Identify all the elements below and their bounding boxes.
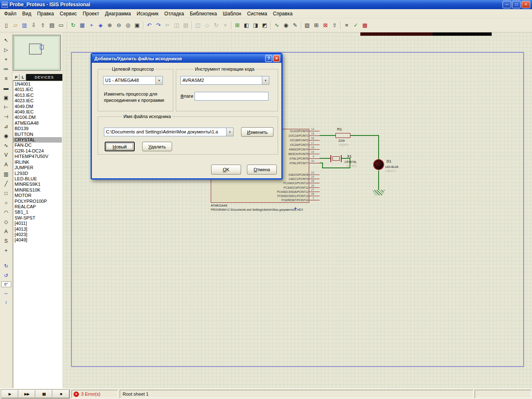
arc-2d-mode[interactable]: ◠ (2, 208, 11, 217)
graph-object[interactable] (360, 32, 492, 36)
wire[interactable] (378, 170, 379, 190)
device-item[interactable]: JUMPER (13, 165, 62, 170)
property-assignment-icon[interactable]: ✎ (291, 21, 300, 30)
device-item[interactable]: [4023] (13, 232, 62, 237)
chevron-down-icon[interactable]: ▼ (226, 128, 233, 136)
maximize-button[interactable]: □ (512, 1, 521, 8)
error-status-panel[interactable]: × 3 Error(s) (71, 390, 118, 398)
chip-pin[interactable]: PC3/ADC3/PCINT11 26 (201, 185, 320, 190)
menu-item[interactable]: Правка (34, 10, 57, 18)
ok-button[interactable]: OK (211, 165, 241, 175)
device-item[interactable]: L293D (13, 171, 62, 176)
false-origin-icon[interactable]: + (87, 21, 96, 30)
cut-icon[interactable]: ✂ (163, 21, 172, 30)
chip-pin[interactable]: PC6/RESET/PCINT14 1 (201, 198, 320, 202)
wire[interactable] (322, 163, 323, 168)
device-item[interactable]: POLYPRO100P (13, 199, 62, 204)
circle-2d-mode[interactable]: ○ (2, 198, 11, 207)
pan-icon[interactable]: ◈ (96, 21, 105, 30)
play-button[interactable]: ▶ (1, 390, 18, 398)
cancel-button[interactable]: Отмена (247, 165, 277, 175)
device-item[interactable]: BD139 (13, 126, 62, 131)
processor-combobox[interactable]: U1 - ATMEGA48 ▼ (103, 76, 163, 85)
paste-icon[interactable]: ▤ (181, 21, 190, 30)
device-item[interactable]: CRYSTAL (13, 137, 62, 143)
dialog-close-button[interactable]: × (273, 55, 280, 62)
line-2d-mode[interactable]: ╱ (2, 179, 11, 188)
current-probe-mode[interactable]: A (2, 160, 11, 169)
bill-of-materials-icon[interactable]: ≡ (342, 21, 351, 30)
device-item[interactable]: MOTOR (13, 193, 62, 198)
overview-minimap[interactable] (13, 35, 61, 71)
export-section-icon[interactable]: ⇧ (38, 21, 47, 30)
device-item[interactable]: MINRES9K1 (13, 182, 62, 187)
subcircuit-mode[interactable]: ▣ (2, 93, 11, 102)
zoom-area-icon[interactable]: ▣ (133, 21, 142, 30)
flags-input[interactable] (195, 92, 268, 101)
device-item[interactable]: BUTTON (13, 132, 62, 137)
text-2d-mode[interactable]: A (2, 227, 11, 236)
device-list[interactable]: 1N40014011.IEC4013.IEC4023.IEC4049.DM404… (13, 81, 62, 388)
chip-pin[interactable]: PC2/ADC2/PCINT10 25 (201, 181, 320, 185)
menu-item[interactable]: Библиотека (187, 10, 220, 18)
design-explorer-icon[interactable]: ▧ (303, 21, 312, 30)
undo-icon[interactable]: ↶ (145, 21, 154, 30)
selection-mode[interactable]: ↖ (2, 36, 11, 45)
device-item[interactable]: IRLINK (13, 160, 62, 165)
block-move-icon[interactable]: ◇ (202, 21, 212, 30)
zoom-out-icon[interactable]: ⊖ (114, 21, 123, 30)
dialog-help-button[interactable]: ? (265, 55, 272, 62)
step-button[interactable]: ▶▶ (18, 390, 35, 398)
search-tag-icon[interactable]: ◉ (281, 21, 291, 30)
block-copy-icon[interactable]: ◫ (193, 21, 202, 30)
zoom-all-icon[interactable]: ◎ (123, 21, 133, 30)
device-item[interactable]: 1N4001 (13, 81, 62, 87)
codegen-tool-combobox[interactable]: AVRASM2 ▼ (180, 76, 269, 85)
device-item[interactable]: 4049.IEC (13, 109, 62, 115)
netlist-to-ares-icon[interactable]: ▩ (360, 21, 369, 30)
zoom-in-icon[interactable]: ⊕ (105, 21, 114, 30)
device-item[interactable]: 4011.IEC (13, 87, 62, 92)
device-item[interactable]: SW-SPST (13, 215, 62, 221)
mirror-horizontal-icon[interactable]: ↔ (2, 288, 11, 297)
mirror-vertical-icon[interactable]: ↕ (2, 298, 11, 307)
terminal-mode[interactable]: ⊢ (2, 103, 11, 112)
menu-item[interactable]: Система (244, 10, 270, 18)
menu-item[interactable]: Сервис (57, 10, 80, 18)
minimize-button[interactable]: ─ (502, 1, 511, 8)
device-item[interactable]: [4013] (13, 227, 62, 232)
electrical-rule-check-icon[interactable]: ✓ (351, 21, 360, 30)
device-item[interactable]: 4013.IEC (13, 93, 62, 98)
device-item[interactable]: 4023.IEC (13, 98, 62, 103)
wire[interactable] (320, 158, 330, 159)
component-crystal-x1[interactable] (332, 156, 340, 161)
device-item[interactable]: 40106.DM (13, 115, 62, 120)
rotate-anticlockwise-icon[interactable]: ↺ (2, 271, 11, 280)
device-item[interactable]: HITEMP47U50V (13, 154, 62, 159)
wire[interactable] (322, 167, 350, 168)
chip-pin[interactable]: PC4/ADC4/SDA/PCINT12 27 (201, 190, 320, 194)
new-sheet-icon[interactable]: ⊞ (312, 21, 321, 30)
component-mode[interactable]: ▷ (2, 45, 11, 54)
print-icon[interactable]: ▤ (47, 21, 57, 30)
device-item[interactable]: ATMEGA48 (13, 121, 62, 126)
delete-button[interactable]: Удалить (142, 142, 172, 151)
redo-icon[interactable]: ↷ (154, 21, 163, 30)
remove-sheet-icon[interactable]: ⊠ (321, 21, 330, 30)
menu-item[interactable]: Проект (80, 10, 102, 18)
import-section-icon[interactable]: ⇩ (29, 21, 38, 30)
wire[interactable] (320, 135, 335, 136)
menu-item[interactable]: Вид (20, 10, 34, 18)
redraw-icon[interactable]: ↻ (69, 21, 78, 30)
graph-mode[interactable]: ⊿ (2, 122, 11, 131)
minimap-view-rect[interactable] (40, 45, 44, 49)
menu-item[interactable]: Шаблон (220, 10, 244, 18)
wire[interactable] (378, 135, 379, 160)
packaging-tool-icon[interactable]: ◨ (251, 21, 260, 30)
menu-item[interactable]: Справка (270, 10, 296, 18)
source-file-combobox[interactable]: C:\Documents and Settings\Admin\Мои доку… (104, 128, 234, 136)
device-item[interactable]: [4011] (13, 221, 62, 226)
symbol-2d-mode[interactable]: S (2, 236, 11, 246)
save-file-icon[interactable]: ▥ (20, 21, 29, 30)
goto-sheet-icon[interactable]: ⇧ (330, 21, 339, 30)
